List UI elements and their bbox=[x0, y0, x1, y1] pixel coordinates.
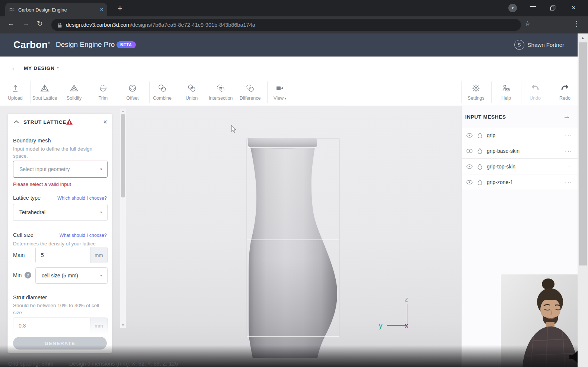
more-options-icon[interactable]: ··· bbox=[565, 148, 572, 154]
warning-icon bbox=[66, 119, 73, 125]
header-divider bbox=[51, 39, 51, 51]
carbon-logo: Carbon® bbox=[13, 39, 50, 51]
strut-diameter-description: Should be between 10% to 30% of cell siz… bbox=[13, 302, 108, 316]
operations-toolbar: Upload Strut Lattice Solidify Trim Offse… bbox=[0, 79, 578, 106]
cell-size-main-label: Main bbox=[13, 252, 25, 258]
url-bar[interactable]: design.dev3.carbon3d.com/designs/7b6a7ea… bbox=[51, 19, 521, 31]
boundary-mesh-label: Boundary mesh bbox=[13, 138, 51, 144]
design-title-caret-icon[interactable]: ▾ bbox=[57, 65, 59, 70]
visibility-eye-icon[interactable] bbox=[466, 133, 473, 138]
lattice-type-label: Lattice type bbox=[13, 195, 41, 201]
registered-mark: ® bbox=[48, 41, 50, 45]
redo-icon bbox=[560, 83, 570, 93]
page-scrollbar[interactable]: ▲ bbox=[578, 33, 588, 367]
more-options-icon[interactable]: ··· bbox=[565, 164, 572, 170]
mesh-name: grip-zone-1 bbox=[487, 179, 565, 185]
cell-size-label: Cell size bbox=[13, 232, 33, 238]
back-arrow-button[interactable]: ← bbox=[10, 62, 19, 73]
trim-icon bbox=[98, 83, 108, 93]
input-meshes-header: INPUT MESHES → bbox=[462, 109, 578, 125]
media-indicator-button[interactable]: ▼ bbox=[508, 4, 517, 12]
carbon-favicon-icon bbox=[9, 7, 15, 12]
generate-button[interactable]: GENERATE bbox=[13, 337, 107, 350]
mesh-row-grip[interactable]: grip ··· bbox=[462, 128, 578, 143]
tool-view[interactable]: View▾ bbox=[262, 83, 298, 101]
design-title-bar: ← MY DESIGN ▾ bbox=[0, 57, 578, 79]
undo-icon bbox=[530, 83, 540, 93]
validation-error: Please select a valid input bbox=[13, 181, 71, 187]
browser-tabstrip: Carbon Design Engine × + ▼ — × bbox=[0, 0, 588, 16]
caret-down-icon: ▾ bbox=[100, 167, 102, 171]
panel-scrollbar-thumb[interactable] bbox=[121, 114, 125, 197]
user-name: Shawn Fortner bbox=[528, 42, 564, 48]
cell-size-description: Determines the density of your lattice bbox=[13, 240, 110, 247]
lattice-type-help-link[interactable]: Which should I choose? bbox=[57, 196, 107, 201]
window-close-button[interactable]: × bbox=[572, 4, 576, 12]
visibility-eye-icon[interactable] bbox=[466, 149, 473, 153]
tab-close-icon[interactable]: × bbox=[100, 7, 103, 13]
app-header: Carbon® Design Engine Pro BETA S Shawn F… bbox=[0, 33, 578, 57]
tab-title: Carbon Design Engine bbox=[18, 7, 100, 13]
grip-model-shading bbox=[248, 138, 337, 358]
user-chip[interactable]: S Shawn Fortner bbox=[514, 40, 564, 50]
offset-icon bbox=[128, 83, 137, 93]
axis-y-label: y bbox=[379, 322, 383, 329]
mesh-name: grip-top-skin bbox=[487, 164, 565, 170]
combine-icon bbox=[157, 83, 167, 93]
panel-close-icon[interactable]: × bbox=[103, 118, 107, 126]
mesh-row-grip-base-skin[interactable]: grip-base-skin ··· bbox=[462, 143, 578, 159]
more-options-icon[interactable]: ··· bbox=[565, 179, 572, 185]
cell-size-main-unit: mm bbox=[90, 247, 107, 263]
design-title[interactable]: MY DESIGN bbox=[24, 65, 55, 71]
mesh-row-grip-zone-1[interactable]: grip-zone-1 ··· bbox=[462, 174, 578, 190]
panel-scrollbar[interactable]: ▲ ▼ bbox=[120, 109, 126, 328]
window-minimize-button[interactable]: — bbox=[530, 3, 536, 10]
input-geometry-select[interactable]: Select input geometry ▾ bbox=[13, 161, 108, 178]
cell-size-min-label: Min bbox=[13, 272, 22, 278]
new-tab-button[interactable]: + bbox=[118, 4, 122, 13]
strut-diameter-unit: mm bbox=[90, 318, 107, 334]
collapse-chevron-icon[interactable] bbox=[14, 120, 19, 123]
min-help-icon[interactable]: ? bbox=[25, 272, 31, 279]
scroll-up-icon[interactable]: ▲ bbox=[120, 110, 126, 113]
mesh-name: grip bbox=[487, 132, 565, 138]
upload-icon bbox=[10, 83, 20, 93]
user-avatar: S bbox=[514, 40, 524, 50]
presenter-video bbox=[501, 274, 578, 367]
axis-gizmo: z y x bbox=[379, 295, 408, 329]
browser-toolbar: ← → ↻ design.dev3.carbon3d.com/designs/7… bbox=[0, 16, 588, 33]
browser-back-button[interactable]: ← bbox=[7, 19, 15, 28]
scroll-up-icon[interactable]: ▲ bbox=[578, 36, 588, 40]
browser-menu-kebab-icon[interactable]: ⋮ bbox=[573, 19, 580, 28]
cell-size-main-group: mm bbox=[35, 247, 108, 263]
browser-forward-button[interactable]: → bbox=[22, 19, 29, 28]
cell-size-min-select[interactable]: cell size (5 mm) ▾ bbox=[35, 267, 108, 284]
solidify-icon bbox=[69, 83, 79, 93]
mesh-name: grip-base-skin bbox=[487, 148, 565, 154]
bookmark-star-icon[interactable]: ☆ bbox=[525, 20, 530, 28]
cell-size-main-input[interactable] bbox=[36, 247, 90, 263]
scroll-down-icon[interactable]: ▼ bbox=[120, 323, 126, 327]
model-view[interactable]: z y x bbox=[126, 106, 461, 367]
visibility-eye-icon[interactable] bbox=[466, 164, 473, 169]
window-restore-button[interactable] bbox=[550, 5, 556, 11]
mesh-droplet-icon bbox=[477, 148, 482, 154]
mesh-droplet-icon bbox=[477, 179, 482, 185]
input-meshes-title: INPUT MESHES bbox=[465, 114, 506, 120]
browser-tab[interactable]: Carbon Design Engine × bbox=[5, 3, 107, 16]
mesh-row-grip-top-skin[interactable]: grip-top-skin ··· bbox=[462, 159, 578, 174]
axis-z-label: z bbox=[405, 295, 408, 303]
more-options-icon[interactable]: ··· bbox=[565, 132, 572, 138]
lattice-type-select[interactable]: Tetrahedral ▾ bbox=[13, 204, 108, 221]
panel-header: STRUT LATTICE × bbox=[8, 114, 112, 130]
cell-size-help-link[interactable]: What should I choose? bbox=[60, 233, 107, 238]
caret-down-icon: ▾ bbox=[100, 210, 102, 214]
collapse-sidebar-arrow-icon[interactable]: → bbox=[563, 112, 570, 120]
strut-diameter-input[interactable] bbox=[13, 318, 90, 334]
intersection-icon bbox=[216, 83, 226, 93]
difference-icon bbox=[245, 83, 255, 93]
visibility-eye-icon[interactable] bbox=[466, 180, 473, 184]
page-scrollbar-thumb[interactable] bbox=[579, 42, 587, 265]
browser-reload-button[interactable]: ↻ bbox=[37, 19, 43, 28]
gear-icon bbox=[471, 83, 481, 93]
